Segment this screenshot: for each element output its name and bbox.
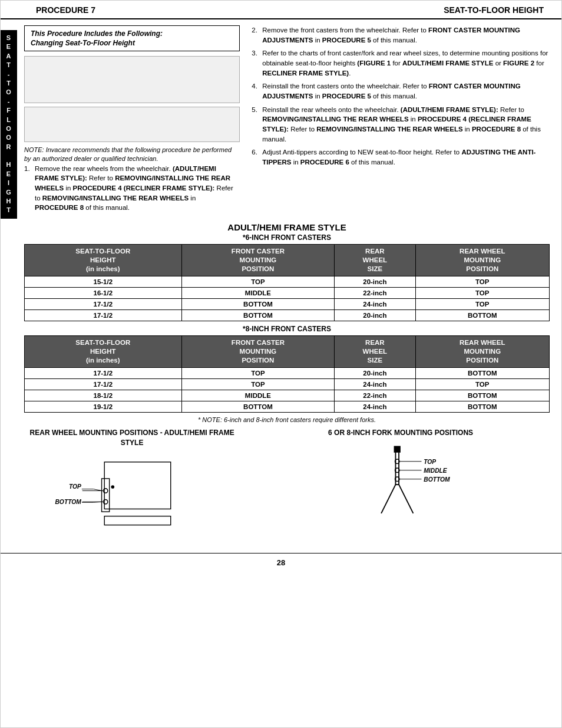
- fork-svg: TOP MIDDLE BOTTOM: [252, 442, 550, 530]
- svg-text:TOP: TOP: [424, 458, 436, 465]
- table-6inch: SEAT-TO-FLOORHEIGHT(in inches) FRONT CAS…: [24, 244, 550, 321]
- table-row: 19-1/2 BOTTOM 24-inch BOTTOM: [25, 401, 550, 412]
- left-column: This Procedure Includes the Following: C…: [24, 25, 240, 216]
- svg-text:TOP: TOP: [69, 483, 81, 490]
- list-item-3: 3. Refer to the charts of front caster/f…: [252, 48, 550, 78]
- col-header-t2-1: SEAT-TO-FLOORHEIGHT(in inches): [25, 335, 182, 367]
- svg-point-13: [111, 485, 114, 489]
- page-header: PROCEDURE 7 SEAT-TO-FLOOR HEIGHT: [1, 1, 561, 19]
- col-header-t2-4: REAR WHEELMOUNTINGPOSITION: [415, 335, 549, 367]
- svg-text:MIDDLE: MIDDLE: [424, 467, 448, 473]
- diagram-right-title: 6 OR 8-INCH FORK MOUNTING POSITIONS: [252, 428, 550, 438]
- steps-list-right: 2. Remove the front casters from the whe…: [252, 25, 550, 167]
- info-line1: This Procedure Includes the Following:: [31, 29, 233, 38]
- col-header-1: SEAT-TO-FLOORHEIGHT(in inches): [25, 245, 182, 276]
- svg-point-3: [103, 500, 108, 505]
- table-row: 18-1/2 MIDDLE 22-inch BOTTOM: [25, 390, 550, 401]
- main-content: This Procedure Includes the Following: C…: [18, 19, 561, 547]
- note-text: NOTE: Invacare recommends that the follo…: [24, 146, 240, 164]
- list-item-6: 6. Adjust Anti-tippers according to NEW …: [252, 147, 550, 167]
- svg-rect-1: [102, 479, 110, 512]
- svg-line-17: [399, 485, 413, 513]
- col-header-3: REARWHEELSIZE: [335, 245, 415, 276]
- diagrams-section: REAR WHEEL MOUNTING POSITIONS - ADULT/HE…: [24, 428, 550, 542]
- image-placeholder-2: [24, 107, 240, 142]
- svg-point-2: [103, 489, 108, 493]
- diagram-left-title: REAR WHEEL MOUNTING POSITIONS - ADULT/HE…: [24, 428, 240, 448]
- col-header-4: REAR WHEELMOUNTINGPOSITION: [415, 245, 549, 276]
- page-container: PROCEDURE 7 SEAT-TO-FLOOR HEIGHT S E A T…: [0, 0, 562, 728]
- table1-subtitle: *6-INCH FRONT CASTERS: [24, 233, 550, 242]
- adult-hemi-title: ADULT/HEMI FRAME STYLE: [24, 222, 550, 232]
- table-note: * NOTE: 6-inch and 8-inch front casters …: [24, 416, 550, 423]
- table-row: 15-1/2 TOP 20-inch TOP: [25, 276, 550, 287]
- col-header-t2-2: FRONT CASTERMOUNTINGPOSITION: [181, 335, 335, 367]
- svg-text:BOTTOM: BOTTOM: [424, 476, 450, 482]
- table-8inch: SEAT-TO-FLOORHEIGHT(in inches) FRONT CAS…: [24, 335, 550, 413]
- procedure-title: PROCEDURE 7: [36, 5, 95, 15]
- svg-line-16: [381, 485, 395, 513]
- section-title-header: SEAT-TO-FLOOR HEIGHT: [444, 5, 544, 15]
- list-item-4: 4. Reinstall the front casters onto the …: [252, 81, 550, 101]
- table-row: 17-1/2 TOP 24-inch TOP: [25, 378, 550, 390]
- page-number: 28: [1, 553, 561, 571]
- col-header-2: FRONT CASTERMOUNTINGPOSITION: [181, 245, 335, 276]
- svg-rect-12: [104, 516, 171, 525]
- fork-diagram: 6 OR 8-INCH FORK MOUNTING POSITIONS: [252, 428, 550, 542]
- svg-text:BOTTOM: BOTTOM: [55, 499, 81, 505]
- list-item-2: 2. Remove the front casters from the whe…: [252, 25, 550, 45]
- svg-rect-0: [104, 462, 171, 509]
- steps-list-left: 1. Remove the rear wheels from the wheel…: [24, 164, 240, 213]
- table2-subtitle: *8-INCH FRONT CASTERS: [24, 325, 550, 333]
- info-box: This Procedure Includes the Following: C…: [24, 25, 240, 51]
- col-header-t2-3: REARWHEELSIZE: [335, 335, 415, 367]
- list-item: 1. Remove the rear wheels from the wheel…: [24, 164, 240, 213]
- right-column: 2. Remove the front casters from the whe…: [252, 25, 550, 216]
- image-placeholder-1: [24, 56, 240, 103]
- table-row: 17-1/2 BOTTOM 24-inch TOP: [25, 298, 550, 309]
- list-item-5: 5. Reinstall the rear wheels onto the wh…: [252, 105, 550, 144]
- top-section: This Procedure Includes the Following: C…: [24, 25, 550, 216]
- table-row: 17-1/2 TOP 20-inch BOTTOM: [25, 367, 550, 378]
- table-row: 17-1/2 BOTTOM 20-inch BOTTOM: [25, 309, 550, 321]
- rear-wheel-svg: TOP BOTTOM: [24, 451, 240, 539]
- table-row: 16-1/2 MIDDLE 22-inch TOP: [25, 287, 550, 298]
- rear-wheel-diagram: REAR WHEEL MOUNTING POSITIONS - ADULT/HE…: [24, 428, 240, 542]
- info-line2: Changing Seat-To-Floor Height: [31, 39, 233, 47]
- side-tab: S E A T - T O - F L O O R H E I G H T: [1, 30, 17, 219]
